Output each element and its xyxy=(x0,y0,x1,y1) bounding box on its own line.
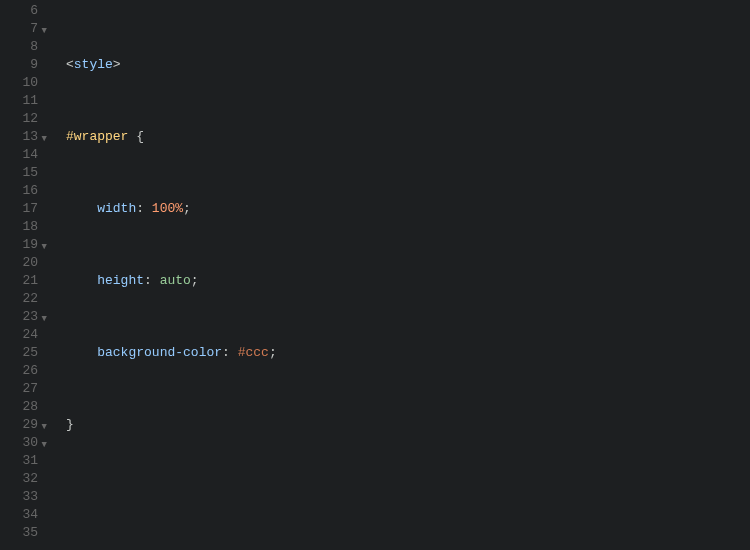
line-number: 27 xyxy=(0,380,38,398)
code-line: height: auto; xyxy=(66,272,378,290)
line-number: 17 xyxy=(0,200,38,218)
line-number: 13 xyxy=(0,128,38,146)
line-number: 26 xyxy=(0,362,38,380)
line-number: 21 xyxy=(0,272,38,290)
line-number: 19 xyxy=(0,236,38,254)
code-line xyxy=(66,488,378,506)
line-number: 24 xyxy=(0,326,38,344)
code-line: } xyxy=(66,416,378,434)
line-number: 34 xyxy=(0,506,38,524)
code-line: width: 100%; xyxy=(66,200,378,218)
line-number: 9 xyxy=(0,56,38,74)
code-line: #wrapper { xyxy=(66,128,378,146)
code-area[interactable]: <style> #wrapper { width: 100%; height: … xyxy=(48,0,378,550)
line-number: 12 xyxy=(0,110,38,128)
line-number: 20 xyxy=(0,254,38,272)
line-number: 29 xyxy=(0,416,38,434)
code-line: <style> xyxy=(66,56,378,74)
line-number: 16 xyxy=(0,182,38,200)
line-number: 30 xyxy=(0,434,38,452)
gutter: 6789101112131415161718192021222324252627… xyxy=(0,0,48,550)
line-number: 32 xyxy=(0,470,38,488)
line-number: 31 xyxy=(0,452,38,470)
line-number: 22 xyxy=(0,290,38,308)
line-number: 18 xyxy=(0,218,38,236)
line-number: 15 xyxy=(0,164,38,182)
line-number: 14 xyxy=(0,146,38,164)
line-number: 33 xyxy=(0,488,38,506)
line-number: 8 xyxy=(0,38,38,56)
line-number: 6 xyxy=(0,2,38,20)
line-number: 23 xyxy=(0,308,38,326)
code-line: background-color: #ccc; xyxy=(66,344,378,362)
line-number: 7 xyxy=(0,20,38,38)
line-number: 11 xyxy=(0,92,38,110)
line-number: 25 xyxy=(0,344,38,362)
line-number: 10 xyxy=(0,74,38,92)
code-editor[interactable]: 6789101112131415161718192021222324252627… xyxy=(0,0,750,550)
line-number: 35 xyxy=(0,524,38,542)
line-number: 28 xyxy=(0,398,38,416)
